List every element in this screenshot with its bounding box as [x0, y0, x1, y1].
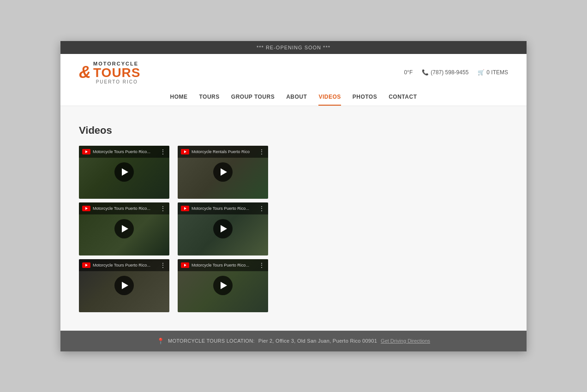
page-title: Videos [79, 125, 508, 137]
site-footer: 📍 MOTORCYCLE TOURS LOCATION: Pier 2, Off… [60, 331, 527, 351]
video-5-channel: Motorcycle Tours Puerto Rico... [93, 263, 157, 267]
video-4-bar: Motorcycle Tours Puerto Rico... ⋮ [178, 202, 268, 214]
phone-number[interactable]: 📞 (787) 598-9455 [422, 69, 468, 76]
pin-icon: 📍 [157, 338, 164, 344]
announcement-text: *** RE-OPENING SOON *** [257, 45, 330, 50]
cart-icon: 🛒 [478, 69, 485, 76]
video-3-menu[interactable]: ⋮ [160, 205, 166, 212]
youtube-icon [181, 206, 189, 211]
video-2-bar: Motorcycle Rentals Puerto Rico ⋮ [178, 146, 268, 158]
video-6-menu[interactable]: ⋮ [258, 261, 265, 269]
top-announcement-bar: *** RE-OPENING SOON *** [60, 41, 527, 54]
nav-videos[interactable]: VIDEOS [318, 89, 341, 106]
main-nav: HOME TOURS GROUP TOURS ABOUT VIDEOS PHOT… [79, 89, 508, 106]
video-2-play[interactable] [213, 162, 233, 182]
video-6-channel: Motorcycle Tours Puerto Rico... [192, 263, 256, 267]
video-5-menu[interactable]: ⋮ [160, 261, 166, 269]
video-1-bar: Motorcycle Tours Puerto Rico... ⋮ [79, 146, 169, 158]
video-3-channel: Motorcycle Tours Puerto Rico... [93, 206, 157, 211]
youtube-icon [82, 262, 90, 268]
video-6-bar: Motorcycle Tours Puerto Rico... ⋮ [178, 259, 268, 271]
browser-window: *** RE-OPENING SOON *** & MOTORCYCLE TOU… [60, 41, 527, 351]
video-3-bar: Motorcycle Tours Puerto Rico... ⋮ [79, 202, 169, 214]
nav-tours[interactable]: TOURS [199, 89, 220, 106]
temperature: 0°F [404, 69, 413, 76]
header-top-row: & MOTORCYCLE TOURS PUERTO RICO 0°F 📞 (78… [79, 61, 508, 84]
video-3-play[interactable] [114, 219, 134, 238]
video-5-bar: Motorcycle Tours Puerto Rico... ⋮ [79, 259, 169, 271]
nav-home[interactable]: HOME [170, 89, 188, 106]
main-content: Videos Motorcycle Tours Puerto Rico... ⋮… [60, 106, 527, 331]
nav-about[interactable]: ABOUT [286, 89, 307, 106]
video-2-channel: Motorcycle Rentals Puerto Rico [192, 149, 256, 154]
nav-contact[interactable]: CONTACT [389, 89, 417, 106]
video-3[interactable]: Motorcycle Tours Puerto Rico... ⋮ [79, 202, 169, 255]
cart-count: 0 ITEMS [486, 69, 508, 76]
logo-area[interactable]: & MOTORCYCLE TOURS PUERTO RICO [79, 61, 141, 84]
nav-photos[interactable]: PHOTOS [353, 89, 377, 106]
site-header: & MOTORCYCLE TOURS PUERTO RICO 0°F 📞 (78… [60, 54, 527, 106]
video-1-channel: Motorcycle Tours Puerto Rico... [93, 149, 157, 154]
video-4-channel: Motorcycle Tours Puerto Rico... [192, 206, 256, 211]
video-2[interactable]: Motorcycle Rentals Puerto Rico ⋮ [178, 146, 268, 199]
video-6[interactable]: Motorcycle Tours Puerto Rico... ⋮ [178, 259, 268, 312]
directions-link[interactable]: Get Driving Directions [381, 338, 430, 344]
logo-location: PUERTO RICO [93, 79, 141, 84]
logo-icon: & [79, 64, 91, 81]
video-1-play[interactable] [114, 162, 134, 182]
footer-address: Pier 2, Office 3, Old San Juan, Puerto R… [258, 338, 377, 344]
video-1[interactable]: Motorcycle Tours Puerto Rico... ⋮ [79, 146, 169, 199]
logo-tours: TOURS [93, 66, 141, 79]
youtube-icon [181, 149, 189, 154]
cart-link[interactable]: 🛒 0 ITEMS [478, 69, 508, 76]
video-5-play[interactable] [114, 276, 134, 295]
video-4-play[interactable] [213, 219, 233, 238]
phone-text: (787) 598-9455 [431, 69, 468, 76]
phone-icon: 📞 [422, 69, 429, 76]
logo-text: MOTORCYCLE TOURS PUERTO RICO [93, 61, 141, 84]
youtube-icon [82, 206, 90, 211]
videos-grid: Motorcycle Tours Puerto Rico... ⋮ Motorc… [79, 146, 273, 312]
video-4[interactable]: Motorcycle Tours Puerto Rico... ⋮ [178, 202, 268, 255]
youtube-icon [82, 149, 90, 154]
youtube-icon [181, 262, 189, 268]
video-5[interactable]: Motorcycle Tours Puerto Rico... ⋮ [79, 259, 169, 312]
video-1-menu[interactable]: ⋮ [160, 148, 166, 155]
video-4-menu[interactable]: ⋮ [258, 205, 265, 212]
header-right: 0°F 📞 (787) 598-9455 🛒 0 ITEMS [404, 69, 508, 76]
video-2-menu[interactable]: ⋮ [258, 148, 265, 155]
nav-group-tours[interactable]: GROUP TOURS [231, 89, 275, 106]
video-6-play[interactable] [213, 276, 233, 295]
footer-address-label: MOTORCYCLE TOURS LOCATION: [168, 338, 255, 344]
